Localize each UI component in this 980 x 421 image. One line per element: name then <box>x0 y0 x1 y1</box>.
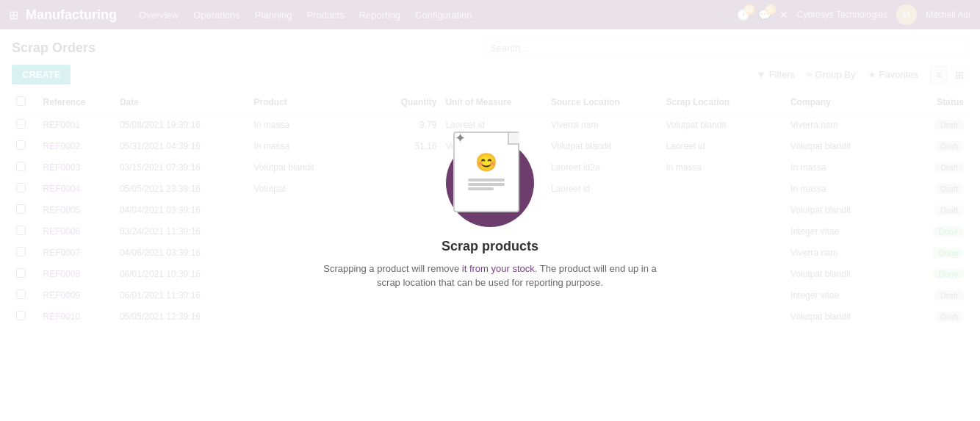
doc-corner <box>508 133 519 145</box>
modal-content: ✦ 😊 Scrap products Scrapping a product w… <box>314 132 666 290</box>
doc-line-2 <box>468 183 505 186</box>
sparkle-icon: ✦ <box>455 130 466 146</box>
doc-line-1 <box>468 179 505 181</box>
modal-doc: ✦ 😊 <box>453 132 519 212</box>
doc-line-3 <box>468 187 494 190</box>
modal-link[interactable]: it from your stock <box>462 263 535 274</box>
modal-description: Scrapping a product will remove it from … <box>314 262 666 290</box>
doc-lines <box>468 177 505 192</box>
smiley-face: 😊 <box>475 152 497 173</box>
scrap-products-overlay: ✦ 😊 Scrap products Scrapping a product w… <box>0 0 980 335</box>
modal-title: Scrap products <box>314 239 666 254</box>
modal-illustration: ✦ 😊 <box>442 132 538 227</box>
